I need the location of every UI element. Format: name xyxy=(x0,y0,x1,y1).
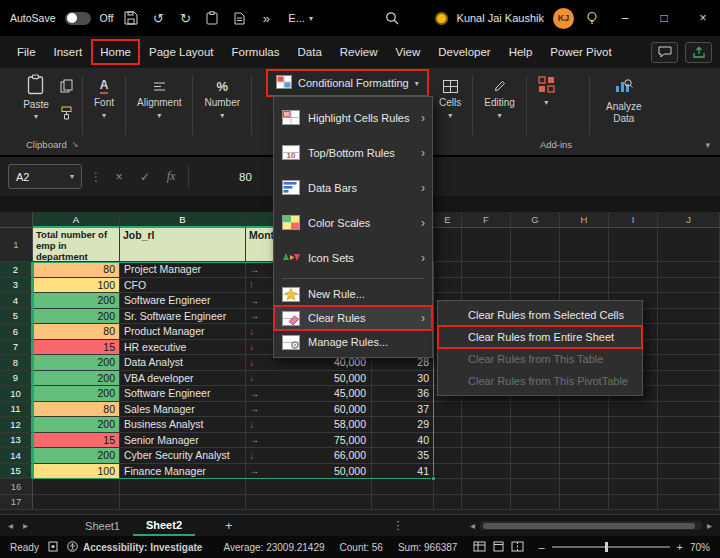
cell-A13[interactable]: 15 xyxy=(33,433,120,449)
conditional-formatting-button[interactable]: Conditional Formatting ▾ xyxy=(266,69,429,97)
cell-D10[interactable]: 36 xyxy=(372,386,434,402)
status-average[interactable]: Average: 23009.21429 xyxy=(224,542,325,553)
submenu-item-clear-rules-from-entire-sheet[interactable]: Clear Rules from Entire Sheet xyxy=(438,326,642,348)
cell-A5[interactable]: 200 xyxy=(33,309,120,325)
cell-G11[interactable] xyxy=(511,402,560,418)
select-all-corner[interactable] xyxy=(0,212,33,228)
cell-H11[interactable] xyxy=(560,402,609,418)
cell-J15[interactable] xyxy=(658,464,720,480)
accessibility-status[interactable]: Accessibility: Investigate xyxy=(67,541,203,554)
cell-I1[interactable] xyxy=(609,228,658,262)
avatar[interactable]: KJ xyxy=(553,8,574,29)
format-painter-icon[interactable] xyxy=(60,106,73,124)
cell-E11[interactable] xyxy=(434,402,462,418)
autosave-toggle[interactable] xyxy=(65,12,91,25)
menu-tab-help[interactable]: Help xyxy=(500,39,542,65)
cell-H3[interactable] xyxy=(560,278,609,294)
formula-input[interactable]: 80 xyxy=(239,171,252,183)
cell-B7[interactable]: HR executive xyxy=(120,340,246,356)
cell-C10[interactable]: →45,000 xyxy=(246,386,372,402)
row-header-1[interactable]: 1 xyxy=(0,228,33,262)
zoom-slider[interactable] xyxy=(552,546,670,548)
name-box-resize-handle[interactable]: ⋮ xyxy=(90,170,102,184)
menu-tab-data[interactable]: Data xyxy=(289,39,331,65)
addins-button[interactable]: ▾ xyxy=(532,76,561,107)
cell-C14[interactable]: ↓66,000 xyxy=(246,448,372,464)
cell-A2[interactable]: 80 xyxy=(33,262,120,278)
menu-tab-review[interactable]: Review xyxy=(331,39,387,65)
cell-B16[interactable] xyxy=(120,479,246,495)
cell-B13[interactable]: Senior Manager xyxy=(120,433,246,449)
cell-A17[interactable] xyxy=(33,495,120,511)
menu-tab-insert[interactable]: Insert xyxy=(45,39,92,65)
new-sheet-button[interactable]: + xyxy=(225,518,233,533)
cell-H15[interactable] xyxy=(560,464,609,480)
menu-item-icon-sets[interactable]: Icon Sets› xyxy=(274,240,432,275)
cell-E13[interactable] xyxy=(434,433,462,449)
alignment-group-button[interactable]: Alignment ▾ xyxy=(131,78,187,155)
macro-record-icon[interactable] xyxy=(48,541,58,554)
row-header-15[interactable]: 15 xyxy=(0,464,33,480)
user-name[interactable]: Kunal Jai Kaushik xyxy=(457,12,544,24)
cell-G1[interactable] xyxy=(511,228,560,262)
row-header-7[interactable]: 7 xyxy=(0,340,33,356)
row-header-5[interactable]: 5 xyxy=(0,309,33,325)
cell-H17[interactable] xyxy=(560,495,609,511)
cell-I3[interactable] xyxy=(609,278,658,294)
cell-A6[interactable]: 80 xyxy=(33,324,120,340)
cell-D12[interactable]: 29 xyxy=(372,417,434,433)
cell-J4[interactable] xyxy=(658,293,720,309)
analyze-data-button[interactable]: Analyze Data xyxy=(595,78,653,155)
cell-I14[interactable] xyxy=(609,448,658,464)
cell-J3[interactable] xyxy=(658,278,720,294)
cell-I13[interactable] xyxy=(609,433,658,449)
cell-E16[interactable] xyxy=(434,479,462,495)
cells-group-button[interactable]: Cells ▾ xyxy=(433,78,467,155)
minimize-button[interactable]: – xyxy=(610,4,640,32)
cell-D14[interactable]: 35 xyxy=(372,448,434,464)
scroll-right-icon[interactable]: ▸ xyxy=(707,520,712,531)
font-group-button[interactable]: A Font ▾ xyxy=(88,78,120,155)
cell-D17[interactable] xyxy=(372,495,434,511)
cell-J9[interactable] xyxy=(658,371,720,387)
cell-G16[interactable] xyxy=(511,479,560,495)
cell-G14[interactable] xyxy=(511,448,560,464)
cell-A8[interactable]: 200 xyxy=(33,355,120,371)
col-header-A[interactable]: A xyxy=(33,212,120,228)
cell-B8[interactable]: Data Analyst xyxy=(120,355,246,371)
cell-A15[interactable]: 100 xyxy=(33,464,120,480)
cell-J14[interactable] xyxy=(658,448,720,464)
menu-item-highlight-cells-rules[interactable]: Highlight Cells Rules› xyxy=(274,100,432,135)
col-header-F[interactable]: F xyxy=(462,212,511,228)
cell-C11[interactable]: →60,000 xyxy=(246,402,372,418)
cell-B3[interactable]: CFO xyxy=(120,278,246,294)
cell-H2[interactable] xyxy=(560,262,609,278)
paste-button[interactable]: Paste ▾ xyxy=(14,74,58,121)
cell-C17[interactable] xyxy=(246,495,372,511)
sheet-tab-sheet1[interactable]: Sheet1 xyxy=(72,515,133,536)
horizontal-scrollbar[interactable] xyxy=(480,521,702,530)
cell-F15[interactable] xyxy=(462,464,511,480)
menu-tab-file[interactable]: File xyxy=(8,39,45,65)
cell-A7[interactable]: 15 xyxy=(33,340,120,356)
cell-G13[interactable] xyxy=(511,433,560,449)
cell-B15[interactable]: Finance Manager xyxy=(120,464,246,480)
menu-item-clear-rules[interactable]: Clear Rules› xyxy=(274,306,432,330)
col-header-I[interactable]: I xyxy=(609,212,658,228)
cell-G15[interactable] xyxy=(511,464,560,480)
menu-tab-page-layout[interactable]: Page Layout xyxy=(140,39,223,65)
next-sheet-icon[interactable]: ▸ xyxy=(23,520,28,531)
cell-B10[interactable]: Software Engineer xyxy=(120,386,246,402)
cell-B9[interactable]: VBA developer xyxy=(120,371,246,387)
cell-F17[interactable] xyxy=(462,495,511,511)
row-header-2[interactable]: 2 xyxy=(0,262,33,278)
sheet-tab-sheet2[interactable]: Sheet2 xyxy=(133,515,195,536)
normal-view-icon[interactable] xyxy=(473,541,486,554)
cell-J6[interactable] xyxy=(658,324,720,340)
collapse-ribbon-icon[interactable]: ▾ xyxy=(705,140,710,150)
cell-E17[interactable] xyxy=(434,495,462,511)
cell-C15[interactable]: →50,000 xyxy=(246,464,372,480)
cell-I15[interactable] xyxy=(609,464,658,480)
cell-J7[interactable] xyxy=(658,340,720,356)
lightbulb-icon[interactable] xyxy=(583,7,601,29)
